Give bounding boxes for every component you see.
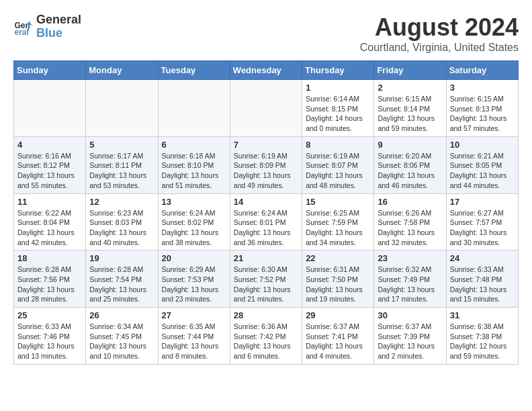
day-number: 17 (450, 197, 515, 207)
calendar-header-row: SundayMondayTuesdayWednesdayThursdayFrid… (14, 61, 519, 80)
calendar-cell: 5Sunrise: 6:17 AM Sunset: 8:11 PM Daylig… (86, 136, 158, 193)
day-info: Sunrise: 6:19 AM Sunset: 8:09 PM Dayligh… (234, 151, 298, 191)
day-info: Sunrise: 6:25 AM Sunset: 7:59 PM Dayligh… (306, 208, 370, 248)
day-number: 25 (17, 310, 82, 320)
day-number: 10 (450, 140, 515, 150)
day-info: Sunrise: 6:37 AM Sunset: 7:41 PM Dayligh… (306, 322, 370, 361)
calendar-cell: 29Sunrise: 6:37 AM Sunset: 7:41 PM Dayli… (302, 308, 374, 365)
day-number: 22 (306, 253, 370, 263)
day-number: 30 (378, 310, 442, 320)
day-info: Sunrise: 6:37 AM Sunset: 7:39 PM Dayligh… (378, 322, 442, 361)
header-wednesday: Wednesday (230, 61, 302, 80)
calendar-cell: 19Sunrise: 6:28 AM Sunset: 7:54 PM Dayli… (86, 250, 158, 308)
calendar-cell: 27Sunrise: 6:35 AM Sunset: 7:44 PM Dayli… (158, 308, 230, 365)
calendar-cell (230, 80, 302, 137)
day-info: Sunrise: 6:33 AM Sunset: 7:48 PM Dayligh… (450, 265, 515, 304)
day-info: Sunrise: 6:22 AM Sunset: 8:04 PM Dayligh… (17, 208, 82, 248)
day-info: Sunrise: 6:38 AM Sunset: 7:38 PM Dayligh… (450, 322, 515, 361)
calendar-cell: 8Sunrise: 6:19 AM Sunset: 8:07 PM Daylig… (302, 136, 374, 193)
day-info: Sunrise: 6:32 AM Sunset: 7:49 PM Dayligh… (378, 265, 442, 304)
day-info: Sunrise: 6:27 AM Sunset: 7:57 PM Dayligh… (450, 208, 515, 248)
day-info: Sunrise: 6:24 AM Sunset: 8:01 PM Dayligh… (234, 208, 298, 248)
calendar-cell: 21Sunrise: 6:30 AM Sunset: 7:52 PM Dayli… (230, 250, 302, 308)
calendar-cell: 4Sunrise: 6:16 AM Sunset: 8:12 PM Daylig… (14, 136, 86, 193)
day-number: 7 (234, 140, 298, 150)
day-number: 24 (450, 253, 515, 263)
header-sunday: Sunday (14, 61, 86, 80)
calendar-cell (14, 80, 86, 137)
header-friday: Friday (374, 61, 446, 80)
calendar-cell: 2Sunrise: 6:15 AM Sunset: 8:14 PM Daylig… (374, 80, 446, 137)
day-number: 6 (162, 140, 226, 150)
calendar-cell: 3Sunrise: 6:15 AM Sunset: 8:13 PM Daylig… (446, 80, 518, 137)
calendar-cell: 30Sunrise: 6:37 AM Sunset: 7:39 PM Dayli… (374, 308, 446, 365)
day-info: Sunrise: 6:31 AM Sunset: 7:50 PM Dayligh… (306, 265, 370, 304)
day-info: Sunrise: 6:24 AM Sunset: 8:02 PM Dayligh… (162, 208, 226, 248)
calendar-cell (158, 80, 230, 137)
calendar-cell: 23Sunrise: 6:32 AM Sunset: 7:49 PM Dayli… (374, 250, 446, 308)
calendar-cell: 10Sunrise: 6:21 AM Sunset: 8:05 PM Dayli… (446, 136, 518, 193)
calendar-cell (86, 80, 158, 137)
calendar-cell: 7Sunrise: 6:19 AM Sunset: 8:09 PM Daylig… (230, 136, 302, 193)
day-number: 16 (378, 197, 442, 207)
day-number: 18 (17, 253, 82, 263)
calendar-week-row: 25Sunrise: 6:33 AM Sunset: 7:46 PM Dayli… (14, 308, 519, 365)
day-number: 3 (450, 83, 515, 93)
title-block: August 2024 Courtland, Virginia, United … (360, 13, 519, 54)
main-title: August 2024 (360, 13, 519, 42)
calendar-cell: 14Sunrise: 6:24 AM Sunset: 8:01 PM Dayli… (230, 193, 302, 250)
day-number: 14 (234, 197, 298, 207)
day-number: 15 (306, 197, 370, 207)
logo-icon: Gen eral (13, 17, 34, 37)
day-number: 1 (306, 83, 370, 93)
calendar-cell: 28Sunrise: 6:36 AM Sunset: 7:42 PM Dayli… (230, 308, 302, 365)
logo: Gen eral General Blue (13, 13, 81, 40)
calendar-cell: 12Sunrise: 6:23 AM Sunset: 8:03 PM Dayli… (86, 193, 158, 250)
calendar-week-row: 11Sunrise: 6:22 AM Sunset: 8:04 PM Dayli… (14, 193, 519, 250)
day-number: 13 (162, 197, 226, 207)
calendar-week-row: 1Sunrise: 6:14 AM Sunset: 8:15 PM Daylig… (14, 80, 519, 137)
day-number: 8 (306, 140, 370, 150)
page-header: Gen eral General Blue August 2024 Courtl… (13, 13, 519, 54)
day-number: 19 (89, 253, 154, 263)
day-info: Sunrise: 6:15 AM Sunset: 8:13 PM Dayligh… (450, 94, 515, 134)
day-info: Sunrise: 6:23 AM Sunset: 8:03 PM Dayligh… (89, 208, 154, 248)
header-saturday: Saturday (446, 61, 518, 80)
day-info: Sunrise: 6:19 AM Sunset: 8:07 PM Dayligh… (306, 151, 370, 191)
day-number: 5 (89, 140, 154, 150)
day-info: Sunrise: 6:18 AM Sunset: 8:10 PM Dayligh… (162, 151, 226, 191)
calendar-cell: 9Sunrise: 6:20 AM Sunset: 8:06 PM Daylig… (374, 136, 446, 193)
calendar-table: SundayMondayTuesdayWednesdayThursdayFrid… (13, 60, 519, 365)
day-info: Sunrise: 6:28 AM Sunset: 7:56 PM Dayligh… (17, 265, 82, 304)
calendar-cell: 17Sunrise: 6:27 AM Sunset: 7:57 PM Dayli… (446, 193, 518, 250)
calendar-cell: 13Sunrise: 6:24 AM Sunset: 8:02 PM Dayli… (158, 193, 230, 250)
day-number: 28 (234, 310, 298, 320)
calendar-cell: 24Sunrise: 6:33 AM Sunset: 7:48 PM Dayli… (446, 250, 518, 308)
day-info: Sunrise: 6:35 AM Sunset: 7:44 PM Dayligh… (162, 322, 226, 361)
day-info: Sunrise: 6:17 AM Sunset: 8:11 PM Dayligh… (89, 151, 154, 191)
calendar-cell: 26Sunrise: 6:34 AM Sunset: 7:45 PM Dayli… (86, 308, 158, 365)
day-info: Sunrise: 6:20 AM Sunset: 8:06 PM Dayligh… (378, 151, 442, 191)
day-info: Sunrise: 6:33 AM Sunset: 7:46 PM Dayligh… (17, 322, 82, 361)
calendar-cell: 18Sunrise: 6:28 AM Sunset: 7:56 PM Dayli… (14, 250, 86, 308)
day-info: Sunrise: 6:29 AM Sunset: 7:53 PM Dayligh… (162, 265, 226, 304)
calendar-cell: 25Sunrise: 6:33 AM Sunset: 7:46 PM Dayli… (14, 308, 86, 365)
calendar-cell: 1Sunrise: 6:14 AM Sunset: 8:15 PM Daylig… (302, 80, 374, 137)
day-number: 21 (234, 253, 298, 263)
calendar-cell: 22Sunrise: 6:31 AM Sunset: 7:50 PM Dayli… (302, 250, 374, 308)
day-number: 12 (89, 197, 154, 207)
day-number: 9 (378, 140, 442, 150)
day-number: 27 (162, 310, 226, 320)
day-number: 11 (17, 197, 82, 207)
day-number: 26 (89, 310, 154, 320)
calendar-week-row: 18Sunrise: 6:28 AM Sunset: 7:56 PM Dayli… (14, 250, 519, 308)
calendar-cell: 31Sunrise: 6:38 AM Sunset: 7:38 PM Dayli… (446, 308, 518, 365)
day-number: 23 (378, 253, 442, 263)
header-tuesday: Tuesday (158, 61, 230, 80)
calendar-cell: 11Sunrise: 6:22 AM Sunset: 8:04 PM Dayli… (14, 193, 86, 250)
logo-text: General Blue (36, 13, 81, 40)
day-info: Sunrise: 6:28 AM Sunset: 7:54 PM Dayligh… (89, 265, 154, 304)
day-number: 31 (450, 310, 515, 320)
day-info: Sunrise: 6:34 AM Sunset: 7:45 PM Dayligh… (89, 322, 154, 361)
day-info: Sunrise: 6:21 AM Sunset: 8:05 PM Dayligh… (450, 151, 515, 191)
